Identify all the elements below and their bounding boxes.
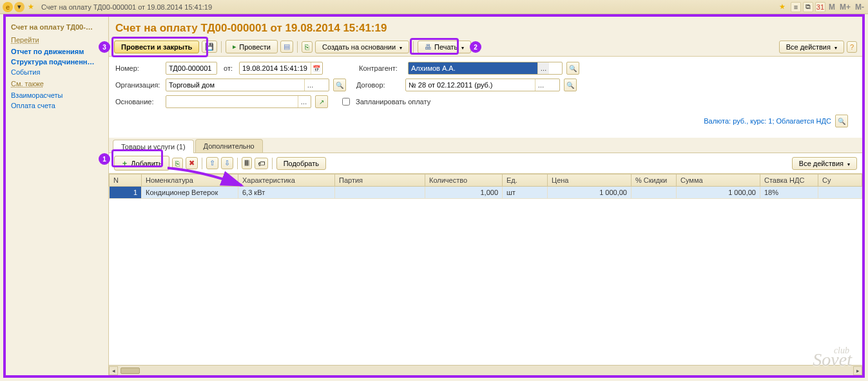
calculator-icon[interactable]: ⧉ [803, 2, 813, 12]
separator [221, 41, 222, 53]
caret-icon [460, 43, 464, 51]
label-organization: Организация: [115, 81, 162, 89]
caret-icon [398, 43, 402, 51]
dropdown-icon[interactable]: ▾ [14, 2, 24, 12]
plan-payment-checkbox[interactable] [342, 98, 350, 106]
print-button[interactable]: 🖶Печать [418, 41, 471, 53]
basis-field[interactable] [166, 96, 298, 107]
label-counterparty: Контрагент: [359, 64, 404, 72]
app-icon: e [3, 2, 13, 12]
favorite-star-icon[interactable]: ★ [26, 2, 36, 12]
organization-field-wrap: … [166, 79, 329, 91]
cell-sum[interactable]: 1 000,00 [677, 187, 760, 199]
counterparty-field[interactable] [409, 62, 537, 74]
memory-m[interactable]: M [827, 3, 836, 12]
nav-sidebar: Счет на оплату ТД00-… Перейти Отчет по д… [6, 17, 109, 375]
document-title: Счет на оплату ТД00-000001 от 19.08.2014… [109, 17, 862, 37]
link-structure[interactable]: Структура подчиненн… [11, 57, 103, 67]
col-discount[interactable]: % Скидки [632, 174, 677, 187]
cell-party[interactable] [335, 187, 425, 199]
calendar-icon[interactable]: 📅 [311, 62, 322, 74]
scroll-right-icon[interactable]: ▸ [853, 366, 862, 375]
tab-goods[interactable]: Товары и услуги (1) [113, 140, 194, 153]
post-button[interactable]: ▸Провести [226, 40, 278, 53]
scroll-thumb[interactable] [121, 367, 140, 374]
info-search-icon[interactable]: 🔍 [835, 115, 848, 127]
callout-3: 3 [99, 41, 110, 53]
label-number: Номер: [115, 64, 162, 72]
memory-mminus[interactable]: M- [854, 3, 865, 12]
cell-unit[interactable]: шт [503, 187, 548, 199]
cell-discount[interactable] [632, 187, 677, 199]
search-contract-icon[interactable]: 🔍 [564, 79, 577, 91]
tag-icon: 🏷 [258, 160, 265, 167]
list-icon: ▤ [284, 42, 290, 51]
col-quantity[interactable]: Количество [425, 174, 503, 187]
col-party[interactable]: Партия [335, 174, 425, 187]
add-row-button[interactable]: ＋Добавить [114, 156, 169, 171]
all-actions-button[interactable]: Все действия [779, 41, 844, 53]
col-vat[interactable]: Ставка НДС [760, 174, 818, 187]
select-icon[interactable]: … [537, 62, 549, 74]
help-button[interactable]: ? [847, 41, 857, 53]
link-events[interactable]: События [11, 67, 103, 77]
separator [413, 41, 414, 53]
window-titlebar: e ▾ ★ Счет на оплату ТД00-000001 от 19.0… [0, 0, 868, 14]
printer-icon: 🖶 [425, 43, 432, 51]
cell-vat[interactable]: 18% [760, 187, 818, 199]
caret-icon [846, 160, 850, 167]
basis-field-wrap: … [166, 95, 311, 108]
items-grid[interactable]: N Номенклатура Характеристика Партия Кол… [109, 174, 862, 375]
search-org-icon[interactable]: 🔍 [333, 79, 346, 91]
select-icon[interactable]: … [535, 79, 546, 91]
callout-1: 1 [99, 153, 110, 165]
select-items-button[interactable]: Подобрать [276, 157, 326, 170]
cell-n[interactable]: 1 [110, 187, 142, 199]
star-icon[interactable]: ★ [777, 2, 787, 12]
main-content: Счет на оплату ТД00-000001 от 19.08.2014… [109, 17, 862, 375]
grid-all-actions-button[interactable]: Все действия [792, 157, 857, 170]
col-sum[interactable]: Сумма [677, 174, 760, 187]
link-vzaim[interactable]: Взаиморасчеты [11, 90, 103, 100]
col-n[interactable]: N [110, 174, 142, 187]
col-price[interactable]: Цена [548, 174, 632, 187]
sidebar-title: Счет на оплату ТД00-… [11, 21, 103, 33]
label-contract: Договор: [356, 81, 401, 89]
col-unit[interactable]: Ед. [503, 174, 548, 187]
contract-field[interactable] [406, 79, 535, 91]
copy-button[interactable]: ⎘ [302, 41, 313, 53]
history-icon[interactable]: ≡ [791, 2, 801, 12]
link-report[interactable]: Отчет по движениям [11, 46, 103, 57]
create-based-button[interactable]: Создать на основании [315, 41, 409, 53]
currency-info-link[interactable]: Валюта: руб., курс: 1; Облагается НДС [704, 117, 831, 125]
tab-additional[interactable]: Дополнительно [195, 139, 263, 153]
contract-field-wrap: … [405, 79, 560, 91]
calendar-icon[interactable]: 31 [815, 2, 825, 12]
open-basis-icon[interactable]: ↗ [315, 95, 328, 108]
scroll-left-icon[interactable]: ◂ [109, 366, 118, 375]
document-form: Номер: от: 📅 Контрагент: … 🔍 [109, 57, 862, 135]
memory-mplus[interactable]: M+ [838, 3, 852, 12]
label-plan-payment: Запланировать оплату [356, 98, 430, 106]
window-title: Счет на оплату ТД00-000001 от 19.08.2014… [41, 3, 777, 11]
currency-info-line: Валюта: руб., курс: 1; Облагается НДС 🔍 [115, 112, 856, 130]
select-icon[interactable]: … [298, 96, 309, 107]
col-extra[interactable]: Су [818, 174, 862, 187]
date-field-wrap: 📅 [239, 62, 323, 75]
search-counterparty-icon[interactable]: 🔍 [566, 62, 579, 75]
number-field[interactable] [166, 62, 217, 74]
separator [272, 158, 273, 169]
tag-button[interactable]: 🏷 [255, 158, 268, 169]
horizontal-scrollbar[interactable]: ◂ ▸ [109, 365, 862, 375]
cell-price[interactable]: 1 000,00 [548, 187, 632, 199]
help-icon: ? [850, 43, 854, 51]
select-icon[interactable]: … [304, 79, 316, 91]
cell-extra[interactable] [818, 187, 862, 199]
link-oplata[interactable]: Оплата счета [11, 100, 103, 111]
organization-field[interactable] [166, 79, 304, 91]
save-button[interactable]: 💾 [202, 41, 217, 53]
date-field[interactable] [240, 62, 311, 74]
list-button[interactable]: ▤ [280, 41, 293, 53]
post-and-close-button[interactable]: Провести и закрыть [114, 41, 199, 53]
cell-quantity[interactable]: 1,000 [425, 187, 503, 199]
